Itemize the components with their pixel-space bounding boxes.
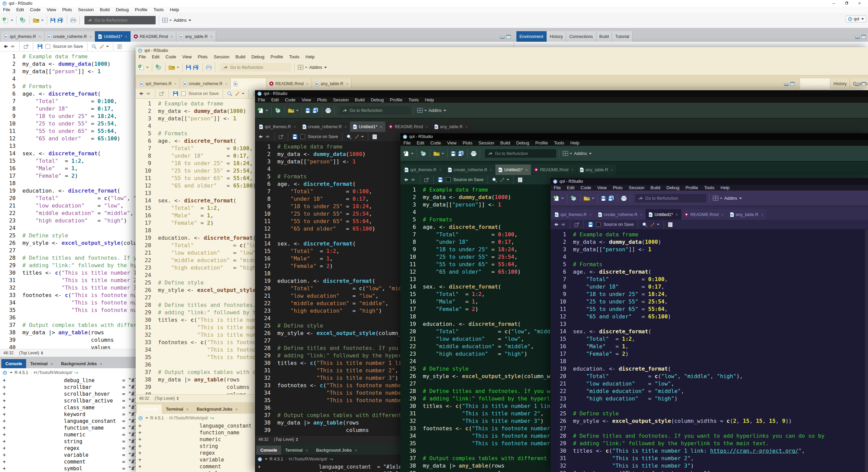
menu-item-help[interactable]: Help [302,54,318,59]
save-source-button[interactable] [173,91,178,96]
menu-item-view[interactable]: View [594,185,610,190]
source-on-save-checkbox[interactable] [300,134,305,139]
menu-item-code[interactable]: Code [282,97,298,102]
compile-report-button[interactable] [668,222,673,227]
scope-selector[interactable]: (Top Level) [19,351,43,355]
back-button[interactable] [403,178,408,182]
compile-report-button[interactable] [518,177,522,182]
save-all-button[interactable] [312,107,319,113]
tab-readme-rmd[interactable]: README.Rmd× [386,121,431,132]
save-button[interactable] [601,196,606,201]
menu-item-edit[interactable]: Edit [268,97,282,102]
tab-any-table-r[interactable]: Rany_table.R× [431,121,471,132]
tab-create-rstheme-r[interactable]: Rcreate_rstheme.R× [595,209,646,220]
pane-layout-button[interactable] [417,108,427,113]
addins-button[interactable]: Addins [429,108,446,113]
tab-close-icon[interactable]: × [186,407,188,411]
print-button[interactable] [70,18,76,23]
tab-close-icon[interactable]: × [211,35,213,39]
tab-untitled1-[interactable]: RUntitled1*× [646,209,681,220]
save-source-button[interactable] [588,222,593,227]
menu-item-tools[interactable]: Tools [406,97,422,102]
new-file-button[interactable] [403,151,414,157]
pane-layout-button[interactable] [298,65,308,70]
open-in-window-button[interactable] [424,178,429,182]
tab-close-icon[interactable]: × [51,362,53,366]
tab-console[interactable]: Console [1,359,26,368]
menu-item-build[interactable]: Build [233,54,249,59]
tab-environment[interactable]: Environment [516,31,547,42]
new-file-button[interactable] [553,195,564,201]
tab-close-icon[interactable]: × [236,407,238,411]
menu-item-debug[interactable]: Debug [513,140,532,145]
menu-item-profile[interactable]: Profile [532,140,551,145]
tab-connections[interactable]: Connections [566,31,596,42]
tab-readme-rmd[interactable]: README.Rmd× [681,209,727,220]
tab-close-icon[interactable]: × [344,125,347,129]
pane-layout-button[interactable] [162,18,172,23]
open-in-window-button[interactable] [279,135,284,139]
tab-history[interactable]: History [547,31,566,42]
tab-close-icon[interactable]: × [589,213,591,217]
tab-environment[interactable]: Environment [800,78,830,89]
pane-layout-button[interactable] [563,151,572,156]
code-tools-button[interactable] [650,222,659,227]
scope-selector[interactable]: (Top Level) [274,437,298,442]
save-source-button[interactable] [37,44,43,49]
goto-file-function-box[interactable]: Go to file/function [339,106,411,115]
find-replace-button[interactable] [492,177,497,182]
print-button[interactable] [325,108,331,113]
tab-background-jobs[interactable]: Background Jobs× [57,359,106,368]
menu-item-build[interactable]: Build [97,7,113,12]
project-button[interactable]: Rqol [846,16,866,22]
tab-terminal[interactable]: Terminal× [26,359,57,368]
menu-item-tools[interactable]: Tools [151,7,167,12]
maximize-button[interactable] [841,1,853,6]
new-project-button[interactable] [20,17,26,23]
menu-item-tools[interactable]: Tools [551,140,567,145]
code-tools-button[interactable] [500,177,509,182]
tab-background-jobs[interactable]: Background Jobs× [193,405,242,414]
tab-close-icon[interactable]: × [676,213,678,217]
menu-item-tools[interactable]: Tools [286,54,302,59]
forward-button[interactable] [146,92,151,96]
source-on-save-checkbox[interactable] [45,44,50,49]
menu-item-build[interactable]: Build [648,185,664,190]
open-file-button[interactable] [288,108,299,113]
print-button[interactable] [471,151,477,156]
print-button[interactable] [206,65,212,70]
menu-item-session[interactable]: Session [475,140,497,145]
goto-file-function-box[interactable]: Go to file/function [220,63,291,72]
menu-item-session[interactable]: Session [75,7,97,12]
back-button[interactable] [3,44,8,48]
tab-close-icon[interactable]: × [761,213,763,217]
find-replace-button[interactable] [92,44,97,49]
tab-close-icon[interactable]: × [90,35,92,39]
new-project-button[interactable] [420,151,427,157]
tab-close-icon[interactable]: × [721,213,723,217]
tab-close-icon[interactable]: × [305,448,308,452]
tab-build[interactable]: Build [596,31,612,42]
find-replace-button[interactable] [347,134,352,139]
open-file-button[interactable] [584,196,594,201]
menu-item-view[interactable]: View [179,54,195,59]
tab-close-icon[interactable]: × [306,82,308,86]
tab-create-rstheme-r[interactable]: Rcreate_rstheme.R× [44,31,95,42]
tab-close-icon[interactable]: × [294,125,296,129]
menu-item-help[interactable]: Help [567,140,583,145]
tab-console[interactable]: Console [256,446,281,455]
pane-layout-button[interactable] [713,196,723,201]
tab-untitled1-[interactable]: RUntitled1*× [95,31,131,42]
goto-file-function-box[interactable]: Go to file/function [485,149,556,158]
tab-untitled1-[interactable]: RUntitled1*× [350,121,386,132]
open-file-button[interactable] [169,65,179,70]
open-file-button[interactable] [33,18,44,23]
goto-file-function-box[interactable]: Go to file/function [84,16,156,24]
tab-close-icon[interactable]: × [346,82,348,86]
menu-item-plots[interactable]: Plots [59,7,75,12]
new-project-button[interactable] [275,107,281,114]
tab-close-icon[interactable]: × [100,362,102,366]
new-project-button[interactable] [570,195,577,201]
tab-close-icon[interactable]: × [439,168,441,172]
tab-any-table-r[interactable]: Rany_table.R× [312,78,352,89]
